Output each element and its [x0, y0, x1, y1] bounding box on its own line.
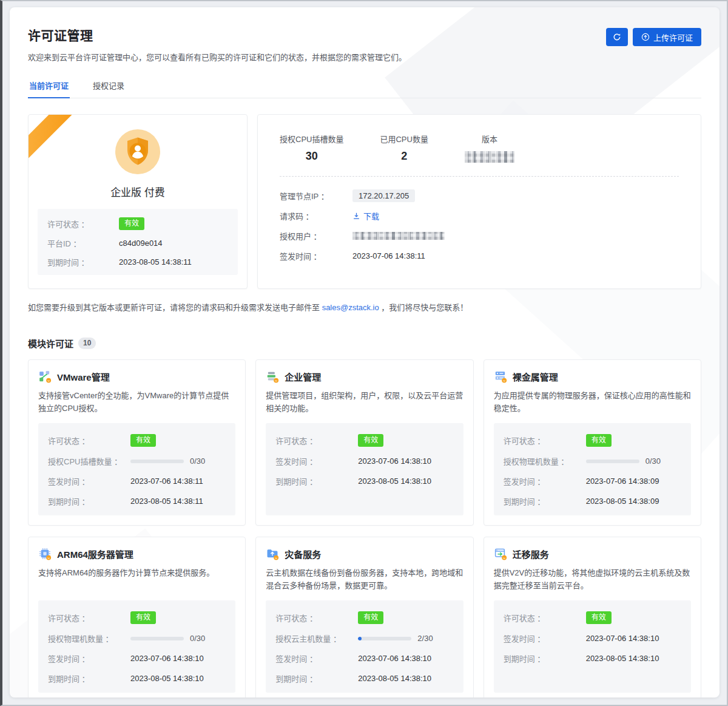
tab-current-license[interactable]: 当前许可证: [28, 80, 70, 98]
module-card-header: ARM64服务器管理: [38, 547, 235, 560]
sales-email-link[interactable]: sales@zstack.io: [322, 303, 379, 312]
refresh-button[interactable]: [606, 28, 628, 46]
download-icon: [352, 212, 360, 220]
download-request-code-link[interactable]: 下载: [352, 210, 379, 222]
info-label: 授权云主机数量 ：: [275, 633, 358, 644]
module-card: 灾备服务云主机数据在线备份到备份服务器，支持本地，跨地域和混合云多种备份场景，数…: [255, 537, 473, 698]
module-info-box: 许可状态 ：有效授权物理机数量 ：0/30签发时间 ：2023-07-06 14…: [38, 600, 235, 693]
quota-ratio: 0/30: [190, 457, 205, 466]
upload-button-label: 上传许可证: [653, 32, 693, 43]
info-row: 到期时间 ：2023-08-05 14:38:10: [48, 673, 226, 684]
info-label: 到期时间 ：: [48, 495, 130, 507]
license-detail-panel: 授权CPU插槽数量 30 已用CPU数量 2 版本: [257, 114, 701, 289]
info-label: 许可状态 ：: [504, 435, 586, 446]
module-description: 提供V2V的迁移功能，将其他虚拟环境的云主机系统及数据完整迁移至当前云平台。: [494, 566, 691, 593]
license-status-row: 许可状态 ：有效: [48, 434, 226, 447]
info-value: 2023-07-06 14:38:09: [586, 477, 659, 486]
quota-ratio: 0/30: [190, 634, 205, 643]
modules-section-title: 模块许可证: [28, 337, 73, 350]
refresh-icon: [613, 33, 621, 41]
module-card: 裸金属管理为应用提供专属的物理服务器，保证核心应用的高性能和稳定性。许可状态 ：…: [484, 359, 701, 526]
disaster-recovery-icon: [266, 547, 279, 560]
info-value: 2023-08-05 14:38:11: [130, 497, 203, 506]
stat-used-cpu: 已用CPU数量 2: [380, 133, 428, 163]
issue-time-row: 签发时间 ： 2023-07-06 14:38:11: [280, 249, 679, 262]
license-info-box: 许可状态 ： 有效 平台ID ： c84d09e014 到期时间 ： 2023-…: [38, 209, 238, 275]
info-row: 到期时间 ：2023-08-05 14:38:10: [504, 653, 681, 664]
info-value: 2023-08-05 14:38:10: [358, 477, 431, 486]
license-status-row: 许可状态 ：有效: [48, 611, 226, 624]
status-badge: 有效: [358, 611, 383, 624]
request-code-row: 请求码 ： 下载: [280, 209, 679, 222]
header-actions: 上传许可证: [606, 28, 701, 46]
info-label: 许可状态 ：: [275, 435, 358, 446]
license-management-page: 许可证管理 欢迎来到云平台许可证管理中心，您可以查看所有已购买的许可证和它们的状…: [10, 7, 720, 698]
quota-ratio: 2/30: [417, 634, 433, 643]
status-badge: 有效: [130, 434, 156, 447]
info-label: 授权物理机数量 ：: [48, 633, 130, 644]
info-row: 签发时间 ：2023-07-06 14:38:10: [275, 455, 453, 467]
module-card-header: VMware管理: [38, 370, 235, 383]
baremetal-icon: [494, 370, 507, 383]
module-title: 灾备服务: [285, 548, 321, 560]
info-label: 签发时间 ：: [48, 653, 130, 664]
stats-row: 授权CPU插槽数量 30 已用CPU数量 2 版本: [280, 133, 679, 163]
app-window: 许可证管理 欢迎来到云平台许可证管理中心，您可以查看所有已购买的许可证和它们的状…: [0, 0, 728, 706]
info-label: 到期时间 ：: [504, 653, 586, 664]
management-node-ip-value: 172.20.17.205: [352, 189, 415, 202]
info-label: 许可状态 ：: [48, 435, 130, 446]
progress-bar: [358, 637, 411, 640]
module-card: 企业管理提供管理项目，组织架构，用户，权限，以及云平台运营相关的功能。许可状态 …: [255, 359, 473, 526]
info-label: 许可状态 ：: [504, 612, 586, 623]
info-row: 到期时间 ：2023-08-05 14:38:11: [48, 495, 226, 507]
management-node-ip-label: 管理节点IP ：: [280, 190, 352, 202]
download-link-label: 下载: [363, 210, 379, 222]
info-row: 签发时间 ：2023-07-06 14:38:09: [504, 475, 681, 487]
info-label: 签发时间 ：: [275, 653, 358, 664]
tab-authorization-records[interactable]: 授权记录: [92, 80, 126, 98]
request-code-label: 请求码 ：: [280, 210, 352, 222]
module-info-box: 许可状态 ：有效授权物理机数量 ：0/30签发时间 ：2023-07-06 14…: [494, 423, 691, 515]
module-card-header: 灾备服务: [266, 547, 463, 560]
authorized-user-row: 授权用户 ：: [280, 229, 679, 242]
info-label: 签发时间 ：: [504, 475, 586, 487]
info-row: 签发时间 ：2023-07-06 14:38:11: [48, 475, 226, 487]
arm64-icon: [38, 547, 52, 560]
version-value-redacted: [465, 151, 514, 163]
module-description: 为应用提供专属的物理服务器，保证核心应用的高性能和稳定性。: [494, 389, 691, 416]
status-badge: 有效: [586, 434, 612, 447]
upload-icon: [641, 33, 650, 41]
module-title: VMware管理: [57, 370, 110, 383]
quota-row: 授权CPU插槽数量 ：0/30: [48, 455, 226, 467]
info-value: 2023-08-05 14:38:10: [358, 674, 431, 683]
info-row: 到期时间 ：2023-08-05 14:38:10: [275, 673, 453, 684]
authorized-user-value-redacted: [352, 232, 445, 240]
stat-version: 版本: [465, 133, 514, 163]
module-description: 支持接管vCenter的全功能，为VMware的计算节点提供独立的CPU授权。: [38, 389, 235, 416]
vmware-icon: [38, 370, 52, 383]
enterprise-icon: [266, 370, 279, 383]
info-label: 到期时间 ：: [275, 475, 358, 487]
status-badge: 有效: [119, 217, 144, 230]
shield-user-icon: [115, 129, 160, 174]
info-label: 签发时间 ：: [275, 455, 358, 467]
module-description: 提供管理项目，组织架构，用户，权限，以及云平台运营相关的功能。: [266, 389, 463, 416]
progress-bar: [130, 637, 184, 640]
quota-row: 授权物理机数量 ：0/30: [48, 633, 226, 644]
license-status-row: 许可状态 ：有效: [504, 611, 681, 624]
module-title: ARM64服务器管理: [57, 548, 133, 560]
module-title: 迁移服务: [513, 548, 549, 560]
module-description: 支持将ARM64的服务器作为计算节点来提供服务。: [38, 566, 235, 593]
expire-time-label: 到期时间 ：: [47, 256, 119, 268]
modules-count-badge: 10: [78, 338, 96, 348]
issue-time-value: 2023-07-06 14:38:11: [352, 251, 425, 260]
info-label: 签发时间 ：: [48, 475, 130, 487]
license-status-label: 许可状态 ：: [47, 218, 119, 229]
progress-bar: [130, 460, 184, 463]
stat-label: 授权CPU插槽数量: [280, 133, 343, 144]
issue-time-label: 签发时间 ：: [280, 250, 352, 262]
license-status-row: 许可状态 ：有效: [275, 611, 453, 624]
note-suffix: ，我们将尽快与您联系！: [379, 303, 468, 312]
authorized-user-label: 授权用户 ：: [280, 230, 352, 242]
upload-license-button[interactable]: 上传许可证: [633, 28, 701, 46]
